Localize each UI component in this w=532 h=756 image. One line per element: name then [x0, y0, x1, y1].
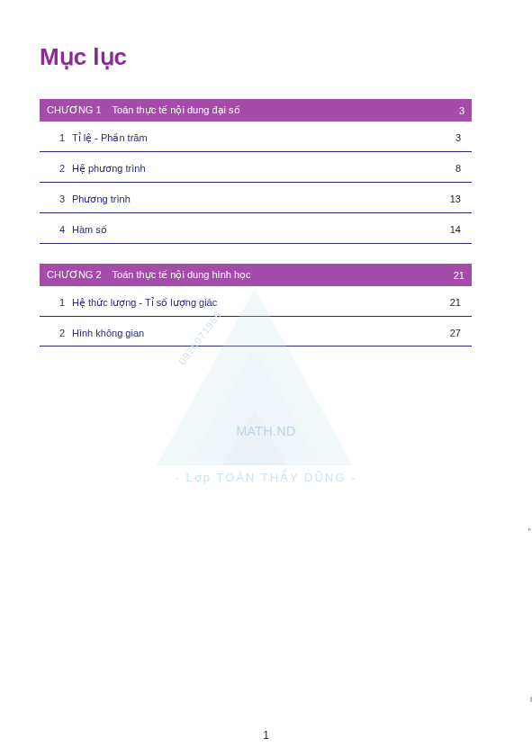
section-num: 2 — [47, 163, 72, 174]
page-number: 1 — [0, 729, 532, 742]
watermark-tagline: - Lớp TOÁN THẦY DŨNG - — [0, 471, 532, 484]
chapter-name: Toán thực tế nội dung đại số — [113, 104, 240, 116]
section-row[interactable]: 2 Hình không gian 27 — [40, 317, 472, 346]
chapter-label: CHƯƠNG 1 — [47, 104, 102, 116]
section-page: 14 — [450, 224, 464, 235]
section-title: Hệ phương trình — [72, 163, 455, 175]
chapter-page: 3 — [459, 105, 464, 116]
section-page: 8 — [455, 163, 464, 174]
section-title: Tỉ lệ - Phần trăm — [72, 132, 455, 144]
section-num: 2 — [47, 328, 72, 338]
section-page: 3 — [455, 132, 464, 143]
svg-marker-2 — [222, 408, 287, 465]
chapter-label: CHƯƠNG 2 — [47, 269, 102, 281]
section-title: Hình không gian — [72, 328, 450, 338]
section-page: 13 — [450, 194, 464, 204]
section-title: Hàm số — [72, 224, 450, 236]
section-title: Phương trình — [72, 194, 450, 205]
svg-marker-1 — [189, 346, 320, 465]
section-page: 21 — [450, 297, 464, 308]
chapter-header-1: CHƯƠNG 1 Toán thực tế nội dung đại số 3 — [40, 99, 472, 122]
page-title: Mục lục — [40, 43, 127, 71]
section-num: 4 — [47, 224, 72, 235]
watermark-brand: MATH.ND — [0, 424, 532, 438]
section-row[interactable]: 1 Tỉ lệ - Phần trăm 3 — [40, 122, 472, 152]
chapter-header-2: CHƯƠNG 2 Toán thực tế nội dung hình học … — [40, 264, 472, 286]
section-row[interactable]: 2 Hệ phương trình 8 — [40, 152, 472, 183]
section-row[interactable]: 1 Hệ thức lượng - Tỉ số lượng giác 21 — [40, 286, 472, 317]
toc-content: CHƯƠNG 1 Toán thực tế nội dung đại số 3 … — [40, 99, 472, 346]
section-num: 3 — [47, 194, 72, 204]
section-num: 1 — [47, 297, 72, 308]
chapter-name: Toán thực tế nội dung hình học — [113, 269, 251, 281]
chapter-page: 21 — [454, 270, 464, 281]
section-num: 1 — [47, 132, 72, 143]
section-page: 27 — [450, 328, 464, 338]
section-title: Hệ thức lượng - Tỉ số lượng giác — [72, 297, 450, 309]
section-row[interactable]: 3 Phương trình 13 — [40, 183, 472, 213]
section-row[interactable]: 4 Hàm số 14 — [40, 213, 472, 244]
